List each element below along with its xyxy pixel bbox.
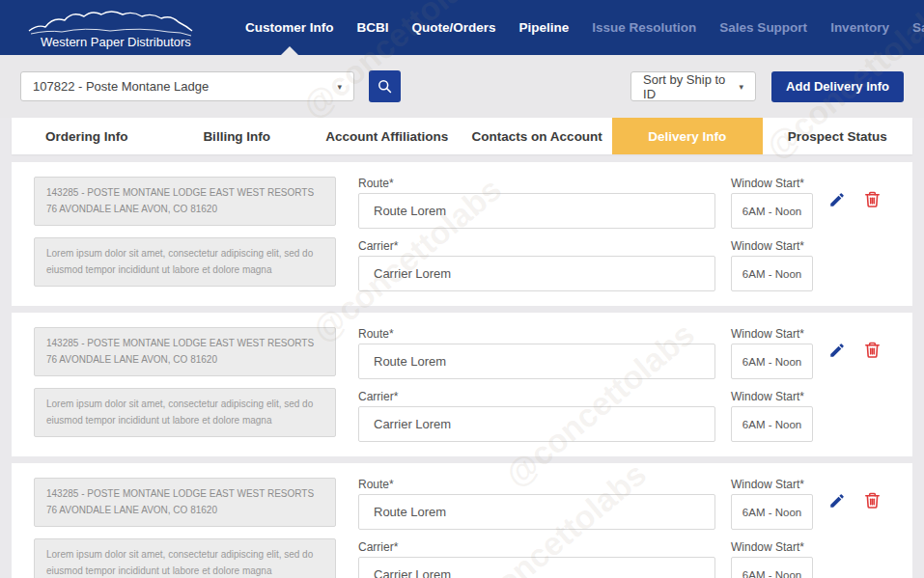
card-actions bbox=[828, 190, 882, 208]
window-start-label: Window Start* bbox=[731, 239, 813, 253]
customer-select[interactable]: 107822 - Poste Montane Ladge ▾ bbox=[20, 71, 354, 101]
carrier-label: Carrier* bbox=[358, 239, 715, 253]
toolbar: 107822 - Poste Montane Ladge ▾ Sort by S… bbox=[0, 55, 924, 118]
pencil-icon bbox=[828, 492, 846, 509]
tab-ordering-info[interactable]: Ordering Info bbox=[12, 118, 162, 154]
route-input[interactable] bbox=[358, 344, 715, 379]
main-nav: Customer Info BCBI Quote/Orders Pipeline… bbox=[234, 0, 924, 55]
card-actions bbox=[828, 341, 882, 359]
delivery-card: 143285 - POSTE MONTANE LODGE EAST WEST R… bbox=[12, 313, 912, 456]
tab-account-affiliations[interactable]: Account Affiliations bbox=[312, 118, 462, 154]
carrier-input[interactable] bbox=[358, 557, 715, 578]
delete-button[interactable] bbox=[863, 341, 882, 359]
sort-select[interactable]: Sort by Ship to ID ▾ bbox=[630, 71, 756, 101]
window-start-label: Window Start* bbox=[731, 177, 813, 190]
edit-button[interactable] bbox=[828, 341, 846, 359]
window-start-label: Window Start* bbox=[731, 390, 813, 403]
trash-icon bbox=[863, 341, 882, 359]
route-carrier-column: Route* Carrier* bbox=[358, 177, 715, 291]
delivery-note: Lorem ipsum dolor sit amet, consectetur … bbox=[34, 388, 336, 437]
carrier-label: Carrier* bbox=[358, 390, 715, 403]
delivery-info-list: 143285 - POSTE MONTANE LODGE EAST WEST R… bbox=[0, 154, 924, 578]
window-start-column: Window Start* 6AM - Noon Window Start* 6… bbox=[731, 478, 813, 578]
top-navigation-bar: Western Paper Distributors Customer Info… bbox=[0, 0, 924, 55]
company-logo: Western Paper Distributors bbox=[25, 6, 197, 50]
trash-icon bbox=[863, 491, 882, 509]
carrier-input[interactable] bbox=[358, 256, 715, 291]
window-start-label: Window Start* bbox=[731, 327, 813, 341]
window-start-label: Window Start* bbox=[731, 478, 813, 491]
nav-item-inventory[interactable]: Inventory bbox=[823, 0, 897, 55]
route-carrier-column: Route* Carrier* bbox=[358, 478, 715, 578]
customer-select-value: 107822 - Poste Montane Ladge bbox=[33, 79, 209, 94]
nav-item-customer-info[interactable]: Customer Info bbox=[238, 0, 342, 55]
window-start-value[interactable]: 6AM - Noon bbox=[731, 494, 813, 530]
window-start-value[interactable]: 6AM - Noon bbox=[731, 193, 813, 229]
tab-contacts-on-account[interactable]: Contacts on Account bbox=[462, 118, 613, 154]
chevron-down-icon: ▾ bbox=[337, 82, 342, 92]
ship-to-address: 143285 - POSTE MONTANE LODGE EAST WEST R… bbox=[34, 478, 336, 527]
delivery-card: 143285 - POSTE MONTANE LODGE EAST WEST R… bbox=[12, 463, 912, 578]
ship-to-address: 143285 - POSTE MONTANE LODGE EAST WEST R… bbox=[34, 327, 336, 376]
edit-button[interactable] bbox=[828, 190, 846, 208]
delete-button[interactable] bbox=[863, 190, 882, 208]
nav-item-sales-initiatives[interactable]: Sales Initiatives bbox=[905, 0, 924, 55]
delivery-note: Lorem ipsum dolor sit amet, consectetur … bbox=[34, 237, 336, 287]
card-actions bbox=[828, 491, 882, 509]
add-delivery-info-button[interactable]: Add Delivery Info bbox=[771, 71, 904, 102]
magnifier-icon bbox=[377, 78, 393, 95]
window-start-column: Window Start* 6AM - Noon Window Start* 6… bbox=[731, 327, 813, 442]
search-button[interactable] bbox=[369, 70, 401, 102]
window-start-label: Window Start* bbox=[731, 540, 813, 554]
nav-item-issue-resolution[interactable]: Issue Resolution bbox=[584, 0, 704, 55]
company-name: Western Paper Distributors bbox=[41, 35, 191, 49]
window-start-value[interactable]: 6AM - Noon bbox=[731, 256, 813, 291]
route-label: Route* bbox=[358, 327, 715, 341]
sort-select-value: Sort by Ship to ID bbox=[643, 72, 731, 101]
route-input[interactable] bbox=[358, 193, 715, 229]
tab-delivery-info[interactable]: Delivery Info bbox=[612, 118, 763, 154]
route-label: Route* bbox=[358, 478, 715, 491]
delivery-card: 143285 - POSTE MONTANE LODGE EAST WEST R… bbox=[12, 162, 912, 306]
tab-billing-info[interactable]: Billing Info bbox=[162, 118, 313, 154]
delete-button[interactable] bbox=[863, 491, 882, 509]
window-start-column: Window Start* 6AM - Noon Window Start* 6… bbox=[731, 177, 813, 291]
route-input[interactable] bbox=[358, 494, 715, 530]
nav-item-bcbi[interactable]: BCBI bbox=[350, 0, 397, 55]
pencil-icon bbox=[828, 342, 846, 359]
carrier-label: Carrier* bbox=[358, 540, 715, 554]
delivery-note: Lorem ipsum dolor sit amet, consectetur … bbox=[34, 538, 336, 578]
nav-item-pipeline[interactable]: Pipeline bbox=[512, 0, 577, 55]
mountains-graphic bbox=[29, 12, 192, 31]
section-tabs: Ordering Info Billing Info Account Affil… bbox=[12, 118, 912, 154]
window-start-value[interactable]: 6AM - Noon bbox=[731, 557, 813, 578]
route-carrier-column: Route* Carrier* bbox=[358, 327, 715, 442]
carrier-input[interactable] bbox=[358, 406, 715, 442]
ship-to-column: 143285 - POSTE MONTANE LODGE EAST WEST R… bbox=[34, 478, 336, 578]
chevron-down-icon: ▾ bbox=[740, 82, 744, 92]
ship-to-column: 143285 - POSTE MONTANE LODGE EAST WEST R… bbox=[34, 177, 336, 287]
trash-icon bbox=[863, 190, 882, 208]
route-label: Route* bbox=[358, 177, 715, 190]
window-start-value[interactable]: 6AM - Noon bbox=[731, 406, 813, 442]
ship-to-address: 143285 - POSTE MONTANE LODGE EAST WEST R… bbox=[34, 177, 336, 226]
pencil-icon bbox=[828, 191, 846, 208]
nav-item-sales-support[interactable]: Sales Support bbox=[712, 0, 815, 55]
nav-item-quote-orders[interactable]: Quote/Orders bbox=[405, 0, 504, 55]
ship-to-column: 143285 - POSTE MONTANE LODGE EAST WEST R… bbox=[34, 327, 336, 437]
window-start-value[interactable]: 6AM - Noon bbox=[731, 344, 813, 379]
edit-button[interactable] bbox=[828, 491, 846, 509]
tab-prospect-status[interactable]: Prospect Status bbox=[763, 118, 913, 154]
